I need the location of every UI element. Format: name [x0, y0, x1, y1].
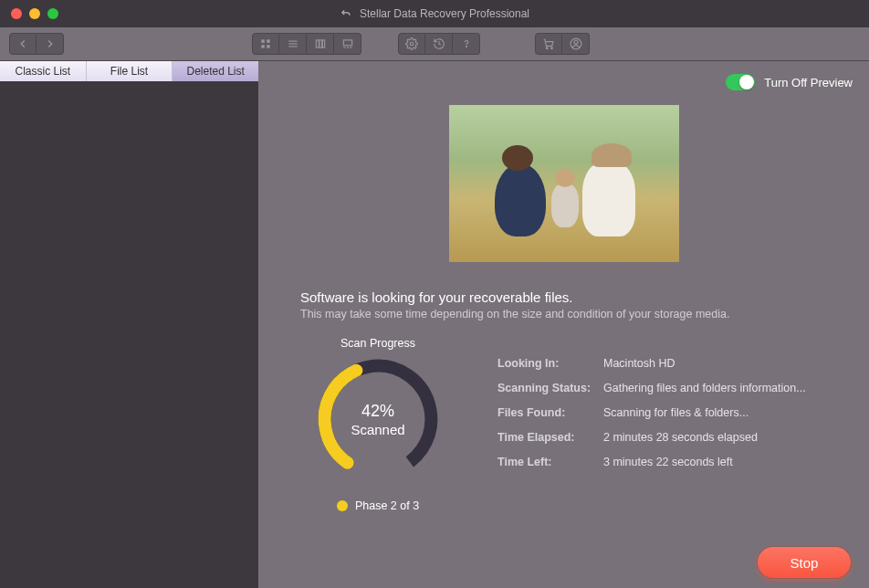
- zoom-window-button[interactable]: [47, 8, 58, 19]
- progress-ring: 42% Scanned: [314, 355, 442, 483]
- account-group: [535, 33, 590, 55]
- nav-back-button[interactable]: [9, 33, 37, 55]
- info-value: Scanning for files & folders...: [603, 406, 827, 419]
- tab-deleted-list[interactable]: Deleted List: [173, 61, 258, 81]
- help-button[interactable]: [453, 33, 480, 55]
- progress-word: Scanned: [351, 422, 404, 437]
- app-window: Stellar Data Recovery Professional: [0, 0, 869, 588]
- window-title-text: Stellar Data Recovery Professional: [360, 7, 529, 20]
- sidebar-body: [0, 81, 258, 588]
- progress-percent: 42%: [361, 402, 394, 421]
- svg-rect-9: [322, 40, 324, 47]
- columns-icon: [314, 37, 327, 50]
- gallery-icon: [341, 37, 354, 50]
- status-block: Software is looking for your recoverable…: [300, 289, 827, 320]
- info-key: Looking In:: [497, 357, 598, 370]
- history-button[interactable]: [425, 33, 453, 55]
- footer: Stop: [258, 537, 869, 588]
- main-panel: Turn Off Preview Software is looking for…: [258, 61, 869, 588]
- info-key: Time Elapsed:: [497, 431, 598, 444]
- chevron-left-icon: [16, 37, 29, 50]
- tab-label: Classic List: [15, 65, 70, 78]
- info-value: Gathering files and folders information.…: [603, 382, 827, 394]
- view-columns-button[interactable]: [307, 33, 334, 55]
- tab-label: File List: [110, 65, 148, 78]
- svg-point-14: [410, 42, 414, 46]
- options-group: [398, 33, 480, 55]
- titlebar: Stellar Data Recovery Professional: [0, 0, 869, 27]
- preview-toggle: Turn Off Preview: [726, 74, 853, 90]
- window-title: Stellar Data Recovery Professional: [340, 7, 529, 20]
- view-grid-button[interactable]: [252, 33, 279, 55]
- content-area: Classic List File List Deleted List Turn…: [0, 61, 869, 588]
- back-arrow-icon: [340, 7, 352, 20]
- info-value: 3 minutes 22 seconds left: [603, 456, 827, 468]
- svg-rect-10: [343, 40, 351, 46]
- tab-classic-list[interactable]: Classic List: [0, 61, 87, 81]
- phase-dot-icon: [337, 500, 348, 511]
- preview-image: [449, 105, 679, 262]
- info-key: Scanning Status:: [497, 382, 598, 394]
- svg-rect-7: [316, 40, 319, 47]
- info-value: 2 minutes 28 seconds elapsed: [603, 431, 827, 444]
- sidebar: Classic List File List Deleted List: [0, 61, 258, 588]
- svg-point-17: [551, 47, 553, 49]
- tab-label: Deleted List: [186, 65, 244, 78]
- scan-info-table: Looking In: Macintosh HD Scanning Status…: [497, 357, 827, 468]
- svg-point-18: [573, 40, 577, 44]
- svg-rect-0: [261, 39, 265, 43]
- preview-toggle-switch[interactable]: [726, 74, 755, 90]
- sidebar-tabs: Classic List File List Deleted List: [0, 61, 258, 81]
- view-list-button[interactable]: [279, 33, 307, 55]
- toolbar-center: [252, 33, 590, 55]
- progress-center: 42% Scanned: [314, 355, 442, 483]
- minimize-window-button[interactable]: [29, 8, 40, 19]
- close-window-button[interactable]: [11, 8, 22, 19]
- nav-forward-button[interactable]: [37, 33, 64, 55]
- gear-icon: [405, 37, 418, 50]
- list-icon: [287, 37, 299, 50]
- progress-column: Scan Progress 42% Scanned Phase: [300, 337, 455, 512]
- status-subtitle: This may take some time depending on the…: [300, 308, 827, 320]
- chevron-right-icon: [44, 37, 57, 50]
- stop-button[interactable]: Stop: [758, 547, 851, 578]
- user-icon: [570, 37, 582, 50]
- svg-point-15: [466, 46, 466, 47]
- view-mode-group: [252, 33, 361, 55]
- view-gallery-button[interactable]: [334, 33, 361, 55]
- progress-area: Scan Progress 42% Scanned Phase: [300, 337, 827, 512]
- toggle-knob: [739, 75, 754, 89]
- cart-button[interactable]: [535, 33, 562, 55]
- info-value: Macintosh HD: [603, 357, 827, 370]
- tab-file-list[interactable]: File List: [87, 61, 173, 81]
- history-icon: [433, 37, 445, 50]
- preview-toggle-label: Turn Off Preview: [764, 76, 853, 89]
- info-key: Time Left:: [497, 456, 598, 468]
- phase-indicator: Phase 2 of 3: [337, 499, 419, 512]
- grid-icon: [259, 37, 272, 50]
- settings-button[interactable]: [398, 33, 425, 55]
- nav-group: [9, 33, 64, 55]
- svg-rect-1: [267, 39, 270, 43]
- toolbar: [0, 27, 869, 61]
- window-controls: [11, 8, 58, 19]
- svg-rect-3: [267, 45, 270, 48]
- question-icon: [460, 37, 473, 50]
- svg-rect-2: [261, 45, 265, 48]
- cart-icon: [542, 37, 555, 50]
- status-title: Software is looking for your recoverable…: [300, 289, 827, 305]
- info-key: Files Found:: [497, 406, 598, 419]
- account-button[interactable]: [562, 33, 590, 55]
- stop-button-label: Stop: [790, 555, 819, 571]
- svg-rect-8: [319, 40, 321, 47]
- svg-point-16: [546, 47, 548, 49]
